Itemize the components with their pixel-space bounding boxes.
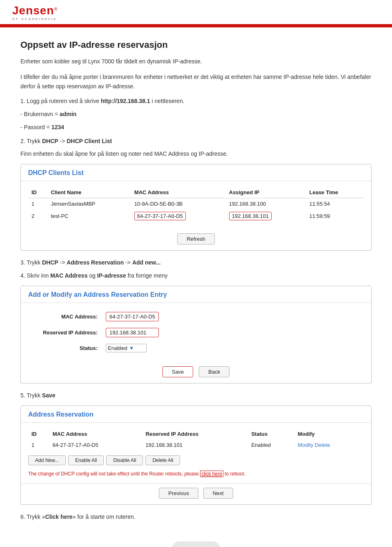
ar-row1-modify-cell: Modify Delete [294,439,364,451]
step-3: 3. Trykk DHCP -> Address Reservation -> … [20,258,372,268]
main-content: Oppsett av IP-adresse reservasjon Enhete… [0,27,392,537]
form-panel-header: Add or Modify an Address Reservation Ent… [21,286,371,303]
nav-buttons: Previous Next [21,483,371,504]
ar-panel-body: ID MAC Address Reserved IP Address Statu… [21,423,371,452]
logo-reg: ® [54,7,58,11]
ar-action-buttons: Add New... Enable All Disable All Delete… [21,452,371,469]
form-table: MAC Address: 64-27-37-17-A0-D5 Reserved … [28,309,364,356]
row2-mac-highlighted: 64-27-37-17-A0-D5 [134,212,186,220]
modify-link[interactable]: Modify [298,442,313,448]
ip-value-cell: 192.168.38.101 [102,325,364,341]
form-status-row: Status: Enabled ▼ [28,341,364,356]
enable-all-button[interactable]: Enable All [68,455,104,465]
step-2-desc: Finn enheten du skal åpne for på listen … [20,149,372,159]
form-panel-body: MAC Address: 64-27-37-17-A0-D5 Reserved … [21,303,371,362]
col-id: ID [28,187,47,198]
intro-paragraph-1: Enheter som kobler seg til Lynx 7000 får… [20,57,372,66]
table-row: 1 JensenSaviasMBP 10-9A-DD-5E-B0-3B 192.… [28,198,364,210]
page-title: Oppsett av IP-adresse reservasjon [20,40,372,50]
dhcp-table-header-row: ID Client Name MAC Address Assigned IP L… [28,187,364,198]
previous-button[interactable]: Previous [159,488,198,499]
logo: Jensen ® OF SCANDINAVIA [12,5,58,21]
ar-row1-ip: 192.168.38.101 [143,439,248,451]
dhcp-panel-body: ID Client Name MAC Address Assigned IP L… [21,181,371,229]
address-reservation-table-panel: Address Reservation ID MAC Address Reser… [20,406,372,505]
row2-mac: 64-27-37-17-A0-D5 [131,209,226,223]
save-button[interactable]: Save [163,366,194,377]
table-row: 1 64-27-37-17-A0-D5 192.168.38.101 Enabl… [28,439,364,451]
warning-text: The change of DHCP config will not take … [21,469,371,481]
col-mac: MAC Address [131,187,226,198]
col-client-name: Client Name [47,187,131,198]
ar-panel-header: Address Reservation [21,406,371,423]
logo-sub: OF SCANDINAVIA [12,17,58,21]
step1-suffix: i nettleseren. [150,98,185,104]
next-button[interactable]: Next [203,488,233,499]
dhcp-panel: DHCP Clients List ID Client Name MAC Add… [20,164,372,251]
status-select[interactable]: Enabled ▼ [106,344,147,352]
col-lease-time: Lease Time [306,187,364,198]
step1-prefix: 1. Logg på ruteren ved å skrive [20,98,101,104]
ar-col-ip: Reserved IP Address [143,428,248,439]
step-5: 5. Trykk Save [20,391,372,401]
row2-ip-highlighted: 192.168.38.101 [229,212,272,220]
step1-url: http://192.168.38.1 [101,98,150,104]
click-here-link[interactable]: click here [200,471,223,477]
dhcp-panel-header: DHCP Clients List [21,164,371,181]
ar-col-modify: Modify [294,428,364,439]
header: Jensen ® OF SCANDINAVIA [0,0,392,26]
disable-all-button[interactable]: Disable All [106,455,143,465]
row2-id: 2 [28,209,47,223]
row2-name: test-PC [47,209,131,223]
ip-label: Reserved IP Address: [28,325,102,341]
form-ip-row: Reserved IP Address: 192.168.38.101 [28,325,364,341]
back-button[interactable]: Back [199,366,229,377]
ar-table: ID MAC Address Reserved IP Address Statu… [28,428,364,451]
mac-label: MAC Address: [28,309,102,325]
form-panel-footer: Save Back [21,362,371,383]
dhcp-panel-footer: Refresh [21,229,371,250]
form-panel-title: Add or Modify an Address Reservation Ent… [28,291,167,298]
row2-lease: 11:59:59 [306,209,364,223]
ar-row1-status: Enabled [248,439,294,451]
form-mac-row: MAC Address: 64-27-37-17-A0-D5 [28,309,364,325]
mac-value-cell: 64-27-37-17-A0-D5 [102,309,364,325]
ip-input[interactable]: 192.168.38.101 [106,328,159,337]
step-4: 4. Skriv inn MAC Address og IP-adresse f… [20,271,372,281]
ar-row1-mac: 64-27-37-17-A0-D5 [49,439,143,451]
ar-col-mac: MAC Address [49,428,143,439]
dhcp-panel-title: DHCP Clients List [28,169,84,176]
chevron-down-icon: ▼ [129,345,134,351]
table-row: 2 test-PC 64-27-37-17-A0-D5 192.168.38.1… [28,209,364,223]
intro-paragraph-2: I tilfeller der du må åpne porter i bran… [20,72,372,91]
row1-mac: 10-9A-DD-5E-B0-3B [131,198,226,210]
ar-panel-title: Address Reservation [28,411,94,418]
status-select-value: Enabled [108,345,129,351]
row1-lease: 11:55:54 [306,198,364,210]
delete-link[interactable]: Delete [315,442,330,448]
ar-row1-id: 1 [28,439,49,451]
row2-ip: 192.168.38.101 [226,209,306,223]
page-footer: Side 2 [172,541,220,547]
ar-table-header-row: ID MAC Address Reserved IP Address Statu… [28,428,364,439]
dhcp-table: ID Client Name MAC Address Assigned IP L… [28,187,364,223]
step-2-header: 2. Trykk DHCP -> DHCP Client List [20,137,372,146]
step1-user-line: - Brukernavn = admin [20,110,372,119]
step1-pass-line: - Passord = 1234 [20,123,372,132]
delete-all-button[interactable]: Delete All [145,455,180,465]
address-reservation-form-panel: Add or Modify an Address Reservation Ent… [20,286,372,383]
step-1: 1. Logg på ruteren ved å skrive http://1… [20,96,372,106]
status-label: Status: [28,341,102,356]
step-6: 6. Trykk «Click here» for å starte om ru… [20,512,372,522]
mac-input[interactable]: 64-27-37-17-A0-D5 [106,312,159,321]
row1-name: JensenSaviasMBP [47,198,131,210]
add-new-button[interactable]: Add New... [28,455,66,465]
col-assigned-ip: Assigned IP [226,187,306,198]
status-value-cell: Enabled ▼ [102,341,364,356]
ar-col-id: ID [28,428,49,439]
ar-col-status: Status [248,428,294,439]
row1-id: 1 [28,198,47,210]
logo-main: Jensen [12,5,54,16]
refresh-button[interactable]: Refresh [177,233,215,244]
row1-ip: 192.168.38.100 [226,198,306,210]
